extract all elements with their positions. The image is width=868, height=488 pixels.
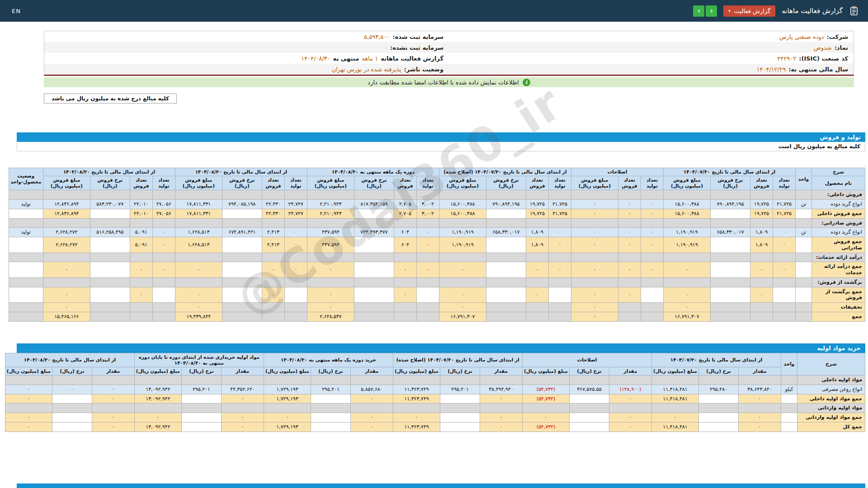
table-cell: ۲۷,۰۵۶ — [152, 209, 175, 218]
section-title-raw-materials: خرید مواد اولیه — [17, 343, 865, 353]
column-header: مبلغ فروش (میلیون ریال) — [571, 176, 618, 190]
table-row: انواع گرید دودهتن۲۱,۷۲۵۱۹,۷۲۵۷۹۰,۸۹۴,۱۹۵… — [9, 200, 865, 209]
previous-period-button[interactable]: ‹ — [693, 5, 704, 17]
table-cell: ۴۴,۳۵۲,۶۲۰ — [221, 385, 264, 394]
table-cell: ۰ — [750, 287, 773, 303]
language-toggle[interactable]: EN — [9, 7, 24, 15]
row-label: جمع کل — [797, 422, 865, 432]
info-label: سرمایه ثبت شده: — [392, 33, 443, 40]
column-header: تعداد فروش — [526, 176, 548, 190]
table-cell: ۱,۱۹۰,۹۱۹ — [663, 237, 710, 253]
table-cell — [43, 190, 90, 200]
table-cell: ۱۲,۸۳۶,۸۹۴ — [43, 209, 90, 218]
table-cell — [711, 237, 750, 253]
table-cell — [480, 375, 522, 385]
info-label: سال مالی منتهی به: — [788, 66, 848, 73]
table-cell — [152, 287, 175, 303]
table-cell: ۰ — [571, 262, 618, 278]
table-cell: ۰ — [350, 394, 393, 404]
table-cell — [699, 422, 739, 432]
table-row: جمع فروش صادراتی۰۱,۸۰۹۱,۱۹۰,۹۱۹۰۰۰۰۱,۸۰۹… — [9, 237, 865, 253]
table-cell — [222, 303, 262, 312]
table-cell — [750, 253, 773, 262]
table-cell: ۳۸,۶۴۳,۸۴۰ — [739, 385, 781, 394]
table-cell — [440, 404, 480, 413]
unit-cell — [796, 312, 812, 321]
chevron-down-icon: ▾ — [728, 9, 731, 13]
table-cell — [663, 253, 710, 262]
table-row: انواع روغن مصرفیکیلو۳۸,۶۴۳,۸۴۰۲۹۵,۴۸۰۱۱,… — [5, 385, 865, 394]
table-cell — [354, 209, 394, 218]
table-cell — [394, 277, 416, 287]
table-cell — [486, 312, 526, 321]
table-cell: ۱۹,۷۲۵ — [750, 209, 773, 218]
table-cell: ۰ — [221, 413, 264, 422]
company-info-right-cell: نماد:شدوص — [449, 43, 854, 52]
table-cell — [130, 190, 152, 200]
unit-cell: کیلو — [781, 385, 797, 394]
table-cell: ۰ — [130, 262, 152, 278]
table-cell — [262, 218, 284, 228]
table-cell — [284, 303, 307, 312]
table-cell — [354, 277, 394, 287]
table-cell: ۱۵,۶۰۰,۳۸۸ — [663, 209, 710, 218]
table-cell: ۰ — [773, 262, 796, 278]
status-cell — [9, 190, 43, 200]
company-info-right-cell: سال مالی منتهی به:۱۴۰۴/۱۲/۲۹ — [449, 65, 854, 74]
column-header: تعداد فروش — [750, 176, 773, 190]
next-period-button[interactable]: › — [706, 5, 717, 17]
table-cell — [618, 253, 641, 262]
table-cell: ۰ — [663, 303, 710, 312]
table-cell: ۰ — [480, 394, 522, 404]
table-cell: ۱۲,۸۳۶,۸۹۴ — [43, 200, 90, 209]
table-cell: ۲,۲۱۰,۹۴۳ — [307, 200, 354, 209]
table-cell: ۰ — [307, 262, 354, 278]
table-cell — [354, 237, 394, 253]
table-row: جمع۱۶,۷۹۱,۳۰۷۰۱۶,۷۹۱,۳۰۷۲,۶۴۸,۵۳۷۱۹,۴۳۹,… — [9, 312, 865, 321]
table-cell — [90, 287, 130, 303]
table-cell: ۲۲,۴۳۰ — [262, 200, 284, 209]
row-label: جمع فروش صادراتی — [812, 237, 865, 253]
table-cell: ۰ — [750, 262, 773, 278]
report-type-dropdown[interactable]: گزارش فعالیت ▾ — [723, 5, 775, 17]
table-cell: ۳۸,۴۹۴,۹۴۰ — [480, 385, 522, 394]
table-cell: ۰ — [175, 303, 222, 312]
table-cell — [264, 375, 311, 385]
table-cell — [711, 218, 750, 228]
table-cell — [609, 404, 652, 413]
table-cell: ۰ — [618, 262, 641, 278]
table-cell — [90, 277, 130, 287]
table-cell — [618, 277, 641, 287]
table-cell: ۱,۸۰۹ — [526, 237, 548, 253]
column-header: مقدار — [480, 367, 522, 375]
table-cell: ۰ — [350, 413, 393, 422]
table-cell — [663, 190, 710, 200]
table-cell: ۲۲,۴۳۰ — [262, 209, 284, 218]
table-cell: ۰ — [394, 262, 416, 278]
table-cell: ۰ — [571, 228, 618, 237]
table-cell: ۲۱,۷۲۵ — [773, 209, 796, 218]
table-cell — [311, 413, 350, 422]
table-cell: ۰ — [641, 209, 663, 218]
column-header: شرح — [797, 353, 865, 375]
table-cell: ۰ — [609, 394, 652, 404]
table-cell: ۰ — [152, 237, 175, 253]
unit-cell — [781, 394, 797, 404]
table-cell: ۱,۱۹۰,۹۱۹ — [439, 237, 486, 253]
table-cell: ۰ — [641, 237, 663, 253]
column-header: از ابتدای سال مالی تا تاریخ ۱۴۰۴/۰۷/۳۰ — [652, 353, 781, 367]
table-cell — [152, 277, 175, 287]
info-label: سرمایه ثبت نشده: — [390, 44, 443, 51]
info-value: ۴۴۲۹۰۲ — [777, 55, 796, 62]
table-cell: ۰ — [394, 287, 416, 303]
table-cell: ۰ — [5, 394, 52, 404]
table-cell — [52, 375, 92, 385]
unit-cell — [781, 404, 797, 413]
status-cell: تولید — [9, 200, 43, 209]
table-cell — [394, 218, 416, 228]
table-cell — [181, 394, 221, 404]
table-cell: ۰ — [526, 287, 548, 303]
table-cell: ۱۵,۶۰۰,۳۸۸ — [439, 209, 486, 218]
table-cell: ۰ — [175, 287, 222, 303]
table-cell — [699, 394, 739, 404]
